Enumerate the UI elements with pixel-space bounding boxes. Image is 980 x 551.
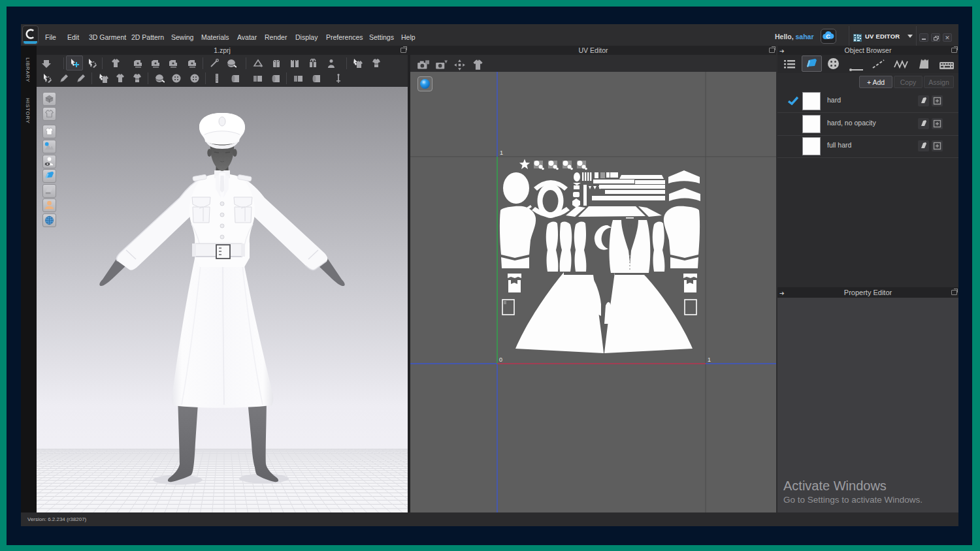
svg-text:C: C [826, 33, 830, 40]
svg-text:1: 1 [500, 150, 503, 156]
svg-text:1: 1 [708, 356, 711, 363]
svg-text:0: 0 [499, 356, 502, 363]
